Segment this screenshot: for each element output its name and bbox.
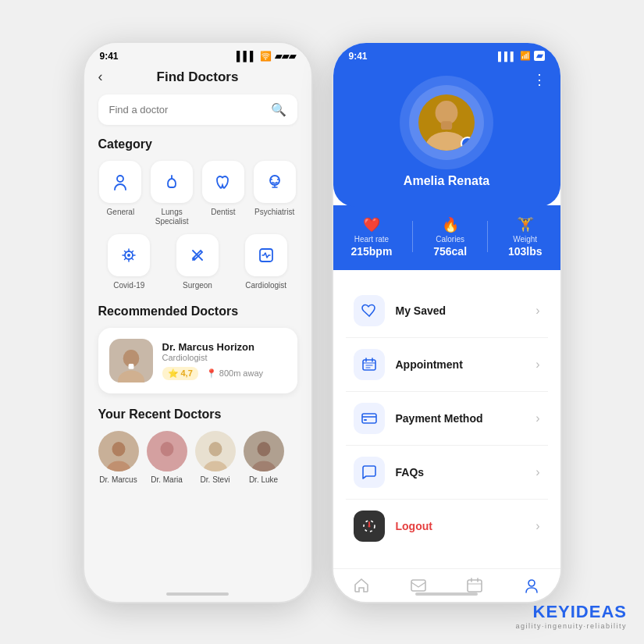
calories-value: 756cal — [433, 245, 467, 258]
svg-point-22 — [208, 441, 222, 456]
nav-messages[interactable] — [410, 577, 427, 594]
verified-badge: ✓ — [461, 137, 475, 151]
covid-icon-wrap[interactable] — [108, 234, 150, 276]
recent-name-maria: Dr. Maria — [151, 475, 183, 484]
svg-rect-17 — [128, 364, 133, 369]
svg-rect-35 — [362, 414, 376, 423]
svg-point-18 — [112, 441, 125, 456]
heart-rate-value: 215bpm — [350, 245, 392, 258]
faqs-chevron: › — [535, 465, 539, 479]
payment-chevron: › — [535, 411, 539, 425]
menu-appointment[interactable]: Appointment › — [346, 338, 548, 392]
brand-ideas: IDEAS — [571, 602, 627, 621]
doctor-info: Dr. Marcus Horizon Cardiologist ⭐ 4,7 📍 … — [162, 341, 286, 380]
category-dentist[interactable]: Dentist — [201, 161, 246, 226]
brand-tagline: agility·ingenuity·reliability — [515, 622, 627, 630]
recent-doc-maria[interactable]: Dr. Maria — [147, 431, 187, 484]
covid-label: Covid-19 — [113, 281, 144, 290]
surgeon-icon-wrap[interactable] — [176, 234, 219, 276]
svg-rect-37 — [364, 419, 367, 421]
svg-point-23 — [203, 461, 226, 471]
svg-line-10 — [125, 251, 126, 252]
dentist-icon-wrap[interactable] — [202, 161, 244, 203]
svg-point-25 — [251, 461, 275, 471]
signal-icon: ▌▌▌ — [237, 51, 257, 62]
doctor-meta: ⭐ 4,7 📍 800m away — [162, 367, 286, 380]
recent-doc-marcus[interactable]: Dr. Marcus — [98, 431, 139, 484]
weight-label: Weight — [513, 235, 537, 244]
svg-point-46 — [528, 580, 535, 586]
svg-line-11 — [132, 258, 133, 259]
search-bar[interactable]: 🔍 — [98, 94, 297, 125]
recent-avatar-luke — [244, 431, 284, 471]
bottom-indicator-2 — [415, 592, 478, 596]
svg-point-5 — [127, 254, 130, 257]
appointment-chevron: › — [535, 358, 539, 372]
recent-avatar-stevi — [195, 431, 236, 471]
recent-doc-stevi[interactable]: Dr. Stevi — [195, 431, 236, 484]
signal-icon2: ▌▌▌ — [498, 52, 516, 61]
search-icon[interactable]: 🔍 — [271, 102, 286, 117]
divider-1 — [412, 221, 413, 252]
profile-section: ✓ Amelia Renata — [333, 68, 560, 188]
logout-icon-wrap — [354, 511, 385, 542]
category-lungs[interactable]: Lungs Specialist — [149, 161, 194, 226]
appointment-label: Appointment — [396, 358, 525, 371]
heart-icon: ❤️ — [363, 216, 380, 233]
divider-2 — [487, 221, 488, 252]
back-button[interactable]: ‹ — [98, 69, 103, 85]
recent-doc-luke[interactable]: Dr. Luke — [244, 431, 284, 484]
svg-point-16 — [117, 370, 144, 382]
status-icons-phone2: ▌▌▌ 📶 ▰ — [498, 51, 544, 61]
recommended-doctor-card[interactable]: Dr. Marcus Horizon Cardiologist ⭐ 4,7 📍 … — [98, 328, 297, 393]
svg-point-20 — [160, 441, 173, 456]
menu-faqs[interactable]: FAQs › — [346, 446, 548, 500]
svg-rect-42 — [468, 580, 482, 592]
svg-point-3 — [277, 179, 279, 180]
recommended-section-title: Recommended Doctors — [98, 304, 297, 318]
svg-rect-28 — [441, 121, 452, 130]
recent-name-stevi: Dr. Stevi — [201, 475, 230, 484]
faqs-icon-wrap — [354, 457, 385, 488]
psychiatrist-icon-wrap[interactable] — [254, 161, 296, 203]
svg-point-19 — [106, 461, 130, 471]
general-icon-wrap[interactable] — [99, 161, 141, 203]
calories-label: Calories — [436, 235, 464, 244]
location-icon: 📍 — [206, 368, 217, 379]
more-options-button[interactable]: ⋮ — [532, 71, 546, 88]
nav-calendar[interactable] — [466, 577, 483, 594]
phone-profile: 9:41 ▌▌▌ 📶 ▰ ⋮ ✓ A — [332, 41, 562, 603]
svg-point-24 — [257, 441, 270, 456]
star-icon: ⭐ — [168, 368, 179, 379]
payment-icon-wrap — [354, 403, 385, 434]
phone-find-doctors: 9:41 ▌▌▌ 🛜 ▰▰▰ ‹ Find Doctors 🔍 Category — [83, 41, 313, 603]
header-row: ‹ Find Doctors — [98, 65, 297, 94]
svg-line-13 — [125, 258, 126, 259]
wifi-icon2: 📶 — [520, 51, 531, 61]
nav-home[interactable] — [353, 577, 370, 594]
menu-saved[interactable]: My Saved › — [346, 284, 548, 338]
category-cardiologist[interactable]: Cardiologist — [235, 234, 297, 290]
profile-name: Amelia Renata — [404, 174, 489, 188]
category-surgeon[interactable]: Surgeon — [166, 234, 229, 290]
nav-profile[interactable] — [523, 577, 540, 594]
appointment-icon-wrap — [354, 349, 385, 380]
stat-heart-rate: ❤️ Heart rate 215bpm — [350, 216, 392, 258]
search-input[interactable] — [109, 104, 265, 116]
svg-point-0 — [117, 176, 123, 182]
saved-icon-wrap — [354, 295, 385, 326]
menu-logout[interactable]: Logout › — [346, 500, 548, 553]
faqs-label: FAQs — [396, 466, 525, 479]
saved-label: My Saved — [396, 304, 525, 317]
svg-point-26 — [436, 101, 458, 125]
category-grid-row2: Covid-19 Surgeon Cardiol — [98, 234, 297, 290]
category-general[interactable]: General — [98, 161, 144, 226]
lungs-icon-wrap[interactable] — [151, 161, 193, 203]
category-covid[interactable]: Covid-19 — [98, 234, 161, 290]
surgeon-label: Surgeon — [183, 281, 212, 290]
saved-chevron: › — [535, 304, 539, 318]
category-psychiatrist[interactable]: Psychiatrist — [252, 161, 297, 226]
cardiologist-icon-wrap[interactable] — [245, 234, 287, 276]
distance-label: 📍 800m away — [206, 368, 263, 379]
menu-payment[interactable]: Payment Method › — [346, 392, 548, 446]
